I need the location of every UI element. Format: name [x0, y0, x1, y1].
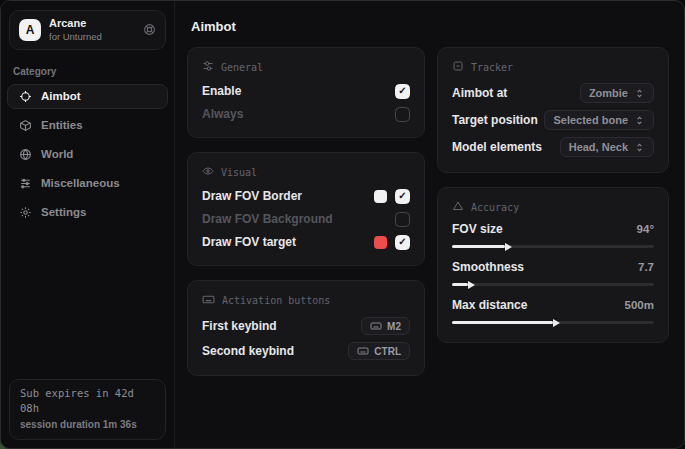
page-title: Aimbot	[191, 19, 669, 34]
sidebar-item-label: Aimbot	[41, 90, 81, 102]
session-duration-text: session duration 1m 36s	[20, 417, 155, 432]
max-distance-slider-group: Max distance 500m	[452, 296, 654, 324]
chevron-up-down-icon	[634, 115, 645, 126]
slider-handle[interactable]	[553, 319, 560, 327]
aimbot-at-dropdown[interactable]: Zombie	[580, 83, 654, 103]
activation-section-label: Activation buttons	[222, 295, 330, 306]
activation-card: Activation buttons First keybind M2 Seco…	[187, 280, 425, 376]
sidebar-item-label: Entities	[41, 119, 83, 131]
avatar: A	[19, 19, 41, 41]
max-distance-slider[interactable]	[452, 321, 654, 324]
setting-row-target-position: Target position Selected bone	[452, 107, 654, 133]
sliders-icon	[18, 177, 32, 190]
setting-row-aimbot-at: Aimbot at Zombie	[452, 80, 654, 106]
sidebar-item-label: Miscellaneous	[41, 177, 120, 189]
setting-label: Always	[202, 107, 243, 121]
setting-row-enable: Enable ✓	[202, 80, 410, 102]
app-subtitle: for Unturned	[49, 31, 102, 43]
setting-row-first-keybind: First keybind M2	[202, 314, 410, 338]
visual-card: Visual Draw FOV Border ✓ Draw FOV Backgr…	[187, 152, 425, 266]
main-panel: Aimbot General Enable ✓	[175, 1, 684, 448]
setting-label: Max distance	[452, 298, 527, 312]
fov-size-slider[interactable]	[452, 245, 654, 248]
sidebar-item-entities[interactable]: Entities	[7, 113, 168, 138]
keyboard-icon	[370, 320, 382, 332]
sidebar-item-settings[interactable]: Settings	[7, 200, 168, 225]
brand-card: A Arcane for Unturned	[9, 10, 166, 50]
globe-icon	[18, 148, 32, 161]
setting-row-fov-background: Draw FOV Background ✓	[202, 208, 410, 230]
lifebuoy-icon[interactable]	[143, 23, 156, 36]
setting-label: Draw FOV target	[202, 235, 296, 249]
fov-target-checkbox[interactable]: ✓	[395, 235, 410, 250]
app-window: A Arcane for Unturned Category A	[0, 0, 685, 449]
setting-label: Draw FOV Background	[202, 212, 333, 226]
keybind-value: CTRL	[374, 346, 401, 357]
sidebar-nav: Aimbot Entities World	[1, 84, 174, 225]
setting-label: Target position	[452, 113, 538, 127]
triangle-icon	[452, 200, 464, 214]
crosshair-icon	[18, 90, 32, 103]
setting-label: Draw FOV Border	[202, 189, 302, 203]
dropdown-value: Zombie	[589, 87, 628, 99]
dropdown-value: Selected bone	[553, 114, 628, 126]
sidebar-item-label: Settings	[41, 206, 86, 218]
accuracy-section-label: Accuracy	[471, 202, 519, 213]
smoothness-slider-group: Smoothness 7.7	[452, 258, 654, 286]
general-card: General Enable ✓ Always ✓	[187, 47, 425, 138]
app-name: Arcane	[49, 17, 102, 31]
chevron-up-down-icon	[634, 88, 645, 99]
color-swatch-red[interactable]	[374, 236, 387, 249]
sidebar: A Arcane for Unturned Category A	[1, 1, 175, 448]
color-swatch-white[interactable]	[374, 190, 387, 203]
visual-section-label: Visual	[221, 167, 257, 178]
fov-size-value: 94°	[637, 223, 654, 235]
sidebar-item-label: World	[41, 148, 73, 160]
sidebar-item-miscellaneous[interactable]: Miscellaneous	[7, 171, 168, 196]
sidebar-item-aimbot[interactable]: Aimbot	[7, 84, 168, 109]
setting-row-always: Always ✓	[202, 103, 410, 125]
smoothness-value: 7.7	[638, 261, 654, 273]
keyboard-icon	[357, 345, 369, 357]
target-position-dropdown[interactable]: Selected bone	[544, 110, 654, 130]
sidebar-item-world[interactable]: World	[7, 142, 168, 167]
always-checkbox[interactable]: ✓	[395, 107, 410, 122]
chevron-up-down-icon	[634, 142, 645, 153]
general-icon	[202, 60, 214, 74]
setting-label: Smoothness	[452, 260, 524, 274]
sub-expiry-text: Sub expires in 42d 08h	[20, 386, 155, 418]
setting-label: First keybind	[202, 319, 277, 333]
visual-icon	[202, 165, 214, 179]
setting-label: Enable	[202, 84, 241, 98]
tracker-section-label: Tracker	[471, 62, 513, 73]
second-keybind-button[interactable]: CTRL	[348, 342, 410, 360]
setting-label: Model elements	[452, 140, 542, 154]
setting-row-model-elements: Model elements Head, Neck	[452, 134, 654, 160]
fov-border-checkbox[interactable]: ✓	[395, 189, 410, 204]
category-label: Category	[13, 66, 162, 77]
max-distance-value: 500m	[625, 299, 654, 311]
model-elements-dropdown[interactable]: Head, Neck	[560, 137, 654, 157]
general-section-label: General	[221, 62, 263, 73]
entities-icon	[18, 119, 32, 132]
enable-checkbox[interactable]: ✓	[395, 84, 410, 99]
fov-background-checkbox[interactable]: ✓	[395, 212, 410, 227]
smoothness-slider[interactable]	[452, 283, 654, 286]
tracker-icon	[452, 60, 464, 74]
slider-handle[interactable]	[468, 281, 475, 289]
setting-row-fov-border: Draw FOV Border ✓	[202, 185, 410, 207]
first-keybind-button[interactable]: M2	[361, 317, 410, 335]
setting-label: FOV size	[452, 222, 503, 236]
accuracy-card: Accuracy FOV size 94°	[437, 187, 669, 343]
setting-label: Second keybind	[202, 344, 294, 358]
subscription-status-card: Sub expires in 42d 08h session duration …	[9, 379, 166, 441]
keyboard-icon	[202, 293, 215, 308]
gear-icon	[18, 206, 32, 219]
setting-row-second-keybind: Second keybind CTRL	[202, 339, 410, 363]
slider-handle[interactable]	[505, 243, 512, 251]
keybind-value: M2	[387, 321, 401, 332]
dropdown-value: Head, Neck	[569, 141, 628, 153]
setting-row-fov-target: Draw FOV target ✓	[202, 231, 410, 253]
fov-size-slider-group: FOV size 94°	[452, 220, 654, 248]
tracker-card: Tracker Aimbot at Zombie Target position	[437, 47, 669, 173]
